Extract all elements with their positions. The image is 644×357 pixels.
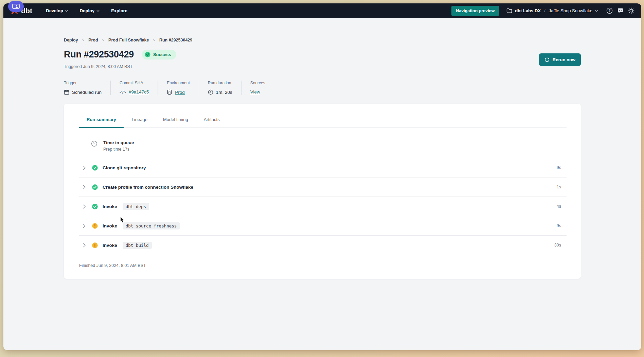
chevron-down-icon — [595, 10, 598, 12]
step-label: Invoke — [103, 204, 117, 209]
nav-develop[interactable]: Develop — [46, 8, 68, 13]
feedback-icon[interactable] — [617, 7, 624, 14]
app-window: dbt Develop Deploy Explore Navigation pr… — [3, 3, 641, 350]
step-label: Invoke — [103, 223, 117, 228]
screen-share-icon — [12, 4, 20, 9]
queue-title: Time in queue — [103, 140, 134, 145]
tab-lineage[interactable]: Lineage — [124, 117, 155, 128]
meta-commit-sha: Commit SHA </> #9a147c5 — [110, 81, 158, 95]
nav-deploy[interactable]: Deploy — [80, 8, 100, 13]
step-duration: 4s — [557, 204, 561, 209]
meta-label: Sources — [250, 81, 265, 85]
page-title: Run #292530429 — [64, 49, 134, 60]
topbar-icon-group: ? — [606, 7, 634, 14]
path-separator: / — [544, 8, 545, 13]
step-row-dbt-build[interactable]: Invoke dbt build 30s — [79, 236, 567, 255]
environment-link[interactable]: Prod — [175, 90, 185, 95]
finished-timestamp: Finished Jun 9, 2024, 8:01 AM BST — [79, 255, 567, 279]
triggered-timestamp: Triggered Jun 9, 2024, 8:00 AM BST — [64, 64, 581, 69]
refresh-icon — [544, 57, 550, 62]
step-command-chip: dbt deps — [123, 203, 149, 210]
step-label: Create profile from connection Snowflake — [103, 185, 193, 190]
screen-share-badge[interactable] — [8, 1, 24, 12]
prep-time-link[interactable]: Prep time 17s — [103, 147, 129, 152]
breadcrumb-prod[interactable]: Prod — [88, 38, 98, 42]
meta-label: Environment — [167, 81, 190, 85]
chevron-right-icon[interactable] — [81, 223, 87, 229]
status-badge-label: Success — [153, 52, 171, 57]
sources-view-link[interactable]: View — [250, 89, 260, 95]
project-name: Jaffle Shop Snowflake — [549, 8, 592, 13]
help-icon[interactable]: ? — [606, 7, 613, 14]
top-navbar: dbt Develop Deploy Explore Navigation pr… — [3, 3, 641, 18]
account-name: dbt Labs DX — [515, 8, 541, 13]
step-row-dbt-source-freshness[interactable]: Invoke dbt source freshness 9s — [79, 216, 567, 236]
navigation-preview-button[interactable]: Navigation preview — [451, 6, 499, 16]
step-row-create-profile[interactable]: Create profile from connection Snowflake… — [79, 177, 567, 197]
step-row-clone-git[interactable]: Clone git repository 9s — [79, 158, 567, 177]
step-command-chip: dbt source freshness — [123, 222, 180, 230]
chevron-down-icon — [65, 10, 68, 12]
warning-icon — [92, 242, 98, 248]
commit-sha-link[interactable]: #9a147c5 — [129, 89, 149, 95]
warning-icon — [92, 223, 98, 229]
chevron-right-icon[interactable] — [81, 242, 87, 248]
queue-timer-icon — [91, 140, 97, 147]
breadcrumb-separator: > — [153, 38, 155, 42]
success-check-icon — [92, 184, 98, 190]
breadcrumb-deploy[interactable]: Deploy — [64, 38, 78, 42]
chevron-right-icon[interactable] — [81, 184, 87, 190]
step-label: Invoke — [103, 243, 117, 248]
meta-trigger: Trigger Scheduled run — [64, 81, 110, 95]
meta-sources: Sources View — [241, 81, 274, 95]
run-duration-value: 1m, 20s — [216, 90, 232, 95]
run-summary-card: Run summary Lineage Model timing Artifac… — [64, 104, 581, 279]
tab-model-timing[interactable]: Model timing — [156, 117, 196, 128]
step-row-dbt-deps[interactable]: Invoke dbt deps 4s — [79, 197, 567, 216]
step-label: Clone git repository — [103, 165, 146, 170]
time-in-queue-section: Time in queue Prep time 17s — [79, 128, 567, 158]
environment-database-icon — [167, 89, 172, 95]
meta-run-duration: Run duration 1m, 20s — [199, 81, 241, 95]
topbar-right: Navigation preview dbt Labs DX / Jaffle … — [451, 6, 634, 16]
svg-text:?: ? — [608, 8, 610, 13]
folder-icon — [506, 8, 512, 13]
success-check-icon — [92, 165, 98, 171]
meta-label: Trigger — [64, 81, 102, 85]
nav-explore[interactable]: Explore — [111, 8, 127, 13]
tab-artifacts[interactable]: Artifacts — [196, 117, 227, 128]
breadcrumb-separator: > — [102, 38, 104, 42]
run-meta-row: Trigger Scheduled run Commit SHA </> #9a… — [64, 81, 581, 95]
rerun-now-button[interactable]: Rerun now — [539, 53, 581, 66]
step-duration: 1s — [557, 185, 561, 189]
chevron-right-icon[interactable] — [81, 165, 87, 171]
chevron-down-icon — [96, 10, 100, 12]
trigger-value: Scheduled run — [72, 90, 102, 95]
code-icon: </> — [120, 90, 126, 94]
step-duration: 9s — [557, 165, 561, 170]
settings-gear-icon[interactable] — [628, 7, 634, 14]
main-nav: Develop Deploy Explore — [46, 8, 127, 13]
project-switcher[interactable]: dbt Labs DX / Jaffle Shop Snowflake — [506, 8, 598, 13]
status-badge: Success — [142, 50, 176, 60]
title-row: Run #292530429 Success — [64, 49, 581, 60]
tab-bar: Run summary Lineage Model timing Artifac… — [79, 104, 567, 128]
clock-icon — [208, 89, 213, 95]
step-duration: 30s — [554, 243, 561, 248]
success-check-icon — [145, 52, 150, 57]
breadcrumb-job[interactable]: Prod Full Snowflake — [108, 38, 149, 42]
step-command-chip: dbt build — [123, 242, 152, 249]
rerun-now-label: Rerun now — [553, 57, 575, 62]
tab-run-summary[interactable]: Run summary — [79, 117, 124, 128]
meta-environment: Environment Prod — [158, 81, 198, 95]
breadcrumb: Deploy > Prod > Prod Full Snowflake > Ru… — [64, 38, 581, 42]
success-check-icon — [92, 204, 98, 209]
run-detail-page: Deploy > Prod > Prod Full Snowflake > Ru… — [64, 18, 581, 279]
step-duration: 9s — [557, 223, 561, 228]
calendar-icon — [64, 89, 69, 95]
meta-label: Commit SHA — [120, 81, 149, 85]
meta-label: Run duration — [208, 81, 232, 85]
chevron-right-icon[interactable] — [81, 203, 87, 209]
breadcrumb-separator: > — [82, 38, 84, 42]
breadcrumb-run[interactable]: Run #292530429 — [159, 38, 192, 42]
